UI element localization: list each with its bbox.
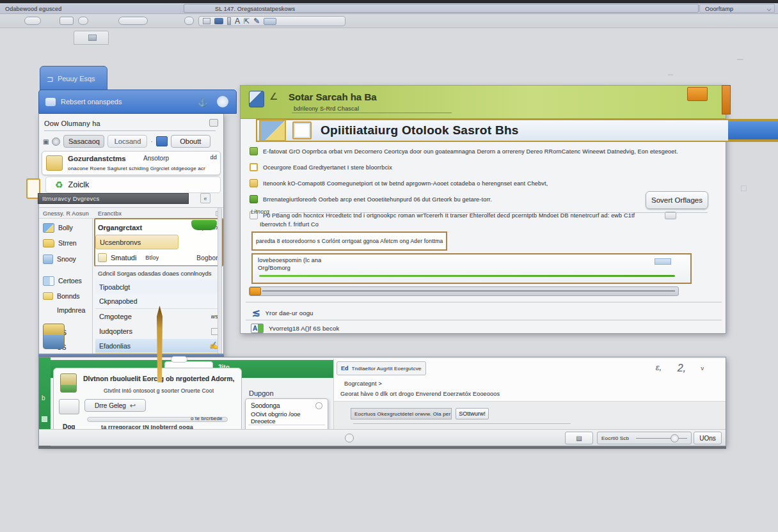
list-item[interactable]: Bolly	[39, 220, 92, 235]
doc-icon	[98, 253, 107, 262]
dropdown-header: Dupgon	[249, 389, 274, 397]
row-extra: Bogbon	[196, 254, 219, 262]
progress-panel: lovebeoespomin (lc ana Org/Bomorg	[251, 253, 692, 284]
card-subtext: onacone Roene Sagiuret schiding Grgrciet…	[68, 166, 205, 171]
select-icon[interactable]: ⇱	[244, 17, 250, 26]
pen-angle-icon: ∠	[269, 91, 278, 102]
list-item[interactable]: Impdnrea	[39, 303, 92, 317]
combo-dropdown-button[interactable]: e	[200, 193, 210, 203]
footer-row[interactable]: A Yvorretg18 A()f 6S becok	[251, 324, 339, 333]
layout-icon[interactable]	[264, 18, 276, 25]
seek-bar-line	[262, 290, 675, 292]
tab-search[interactable]: Sasacaoq	[63, 135, 104, 148]
box-blue-icon	[43, 276, 54, 286]
table-row-highlighted[interactable]: Ucsenbronvs	[95, 235, 179, 249]
home-icon[interactable]	[60, 17, 74, 25]
text-cursor-icon[interactable]: A	[235, 17, 240, 26]
window1-titlebar[interactable]: Rebsert onanspeds ⚓	[38, 90, 237, 114]
search-options-button[interactable]: Sovert Orflages	[646, 191, 708, 209]
window1-tab[interactable]: ⊐ Peuuy Esqs	[40, 66, 107, 91]
done-button[interactable]: UOns	[694, 432, 722, 444]
zoom-slider-knob[interactable]	[671, 434, 679, 442]
machine-icon	[43, 324, 65, 349]
result-card[interactable]: Gozurdanstctms Ansotorp onacone Roene Sa…	[42, 151, 221, 175]
table-row[interactable]: Smatudi Btloy Bogbon	[95, 249, 222, 266]
undo-button[interactable]: Drre Geleg ↩	[84, 399, 146, 412]
card-link[interactable]: Ansotorp	[143, 155, 169, 162]
bullet-text: E-fatovat GrO Ooprrbca orbat vrn Decorne…	[263, 148, 723, 155]
tick-glyph: ν	[701, 365, 704, 372]
refresh-small-icon	[315, 402, 322, 409]
table-row[interactable]: Tipoabclgt	[95, 280, 222, 294]
address-bar[interactable]: SL 147. Oregsatostatpeskows	[184, 4, 699, 13]
zoom-slider[interactable]: Eocrti0 Scb	[597, 432, 692, 444]
redo-arrow-icon: ⊐	[47, 74, 54, 84]
zoiclk-label: Zoiclk	[68, 180, 90, 189]
green-check-icon	[250, 195, 258, 203]
thin-rule	[353, 423, 571, 424]
bird-icon[interactable]: ⚓	[198, 97, 208, 107]
download-icon[interactable]: b	[42, 395, 45, 402]
zoiclk-row[interactable]: ♻ Zoiclk	[45, 176, 221, 193]
mini-window-icon	[88, 35, 97, 41]
left-column-header[interactable]: Gnessy. R Aosun	[43, 210, 89, 217]
search-field[interactable]: Eocrtuos Okexgructdetel orwvw. Ola per 4	[351, 408, 452, 419]
pen-icon[interactable]: ✎	[253, 17, 260, 26]
bullet-text: Oceurgore Eoad Gredtyertanet I stere blo…	[263, 164, 392, 171]
row-text: Iudqopters	[99, 327, 132, 335]
window2-header: ∠ Sotar Sarcah ha Ba bdrileony S-Rrd Cha…	[241, 86, 726, 119]
list-item-label: Impdnrea	[57, 306, 85, 314]
banner-bar: Opiitiiataiurg Otolook Sasrot Bhs	[256, 119, 778, 142]
list-item[interactable]: Certoes	[39, 272, 92, 289]
table-row[interactable]: Ckpnapobed	[95, 294, 222, 308]
search-box[interactable]: Ooorftamp	[699, 4, 775, 13]
right-column-header[interactable]: Eranctbx	[98, 210, 122, 217]
two-glyph: 2,	[678, 363, 686, 374]
history-combo[interactable]: Itrnuravcy Dvgrevcs	[38, 193, 189, 204]
seek-bar-knob[interactable]	[250, 287, 261, 295]
refresh-icon[interactable]	[78, 17, 88, 25]
list-item[interactable]: Strren	[39, 235, 92, 251]
help-circle-icon[interactable]	[217, 96, 228, 107]
bullet-text: P0 PBang odn hocntcx Hrcedtetc tnd i ort…	[263, 212, 660, 219]
query-field-row: Oow Olumany ha	[39, 116, 223, 130]
list-item-label: Bonnds	[57, 292, 80, 300]
window3-right-mid: Eocrtuos Okexgructdetel orwvw. Ola per 4…	[333, 401, 726, 429]
orange-button-icon[interactable]	[687, 87, 708, 101]
menu-item[interactable]: OOivt obgrrio /ooe Dreoetce	[246, 412, 328, 423]
status-circle-icon[interactable]	[345, 434, 354, 442]
seek-bar[interactable]	[249, 286, 679, 296]
recycle-icon: ♻	[55, 180, 63, 190]
right-sub[interactable]: Bogrcategnt >	[344, 380, 382, 387]
tab-advanced[interactable]: Locsand	[107, 135, 147, 148]
shield-icon[interactable]	[184, 17, 194, 25]
square-icon[interactable]	[42, 416, 47, 422]
right-label-text: Tndlaeltor Augrtit Eoergutcvec	[352, 366, 422, 372]
go-button[interactable]: SOttwurw!	[456, 408, 489, 419]
refresh-circle-icon[interactable]	[52, 137, 60, 146]
toolbar-left-text: Odabewood egusced	[5, 6, 61, 12]
right-label-box[interactable]: Ed Tndlaeltor Augrtit Eoergutcvec	[337, 361, 426, 375]
grid-blue-icon[interactable]	[156, 136, 168, 146]
folder-icon[interactable]	[203, 18, 210, 24]
tab-about[interactable]: Oboutt	[171, 135, 210, 148]
toggle-pill[interactable]	[171, 356, 187, 363]
highlighted-input-text: paredta 8 etooredoorno s Corlónt orrtgoa…	[256, 238, 444, 244]
list-item[interactable]: Snooy	[39, 251, 92, 267]
back-button[interactable]	[24, 17, 41, 25]
screen-icon[interactable]	[214, 18, 223, 24]
footer-row[interactable]: ≲ Yror dae-ur oogu	[252, 307, 314, 318]
highlighted-input[interactable]: paredta 8 etooredoorno s Corlónt orrtgoa…	[251, 231, 447, 251]
card-title: Gozurdanstctms	[68, 155, 126, 162]
window1-scrollbar[interactable]	[218, 207, 222, 357]
field-side-icon[interactable]	[209, 119, 218, 127]
window2-subtitle: bdrileony S-Rrd Chascal	[294, 106, 359, 112]
list-item[interactable]: Bonnds	[39, 289, 92, 303]
pill-button[interactable]	[118, 17, 148, 25]
ruler-icon[interactable]	[227, 17, 231, 25]
query-field-text[interactable]: Oow Olumany ha	[44, 120, 100, 127]
ed-badge: Ed	[341, 365, 349, 372]
view-mode-button[interactable]: ▤	[565, 432, 593, 444]
menu-item[interactable]: Soodonga	[246, 399, 328, 412]
table-row[interactable]: Gdncil Sorgas odasdas doaes connlnoyds	[95, 266, 222, 280]
